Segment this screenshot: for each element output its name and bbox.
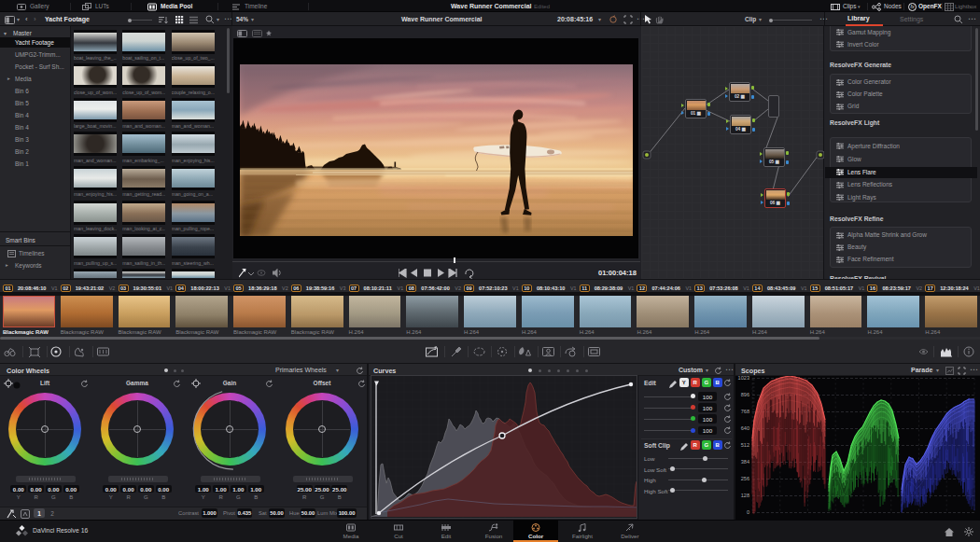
svg-text:fx: fx [911,4,915,9]
